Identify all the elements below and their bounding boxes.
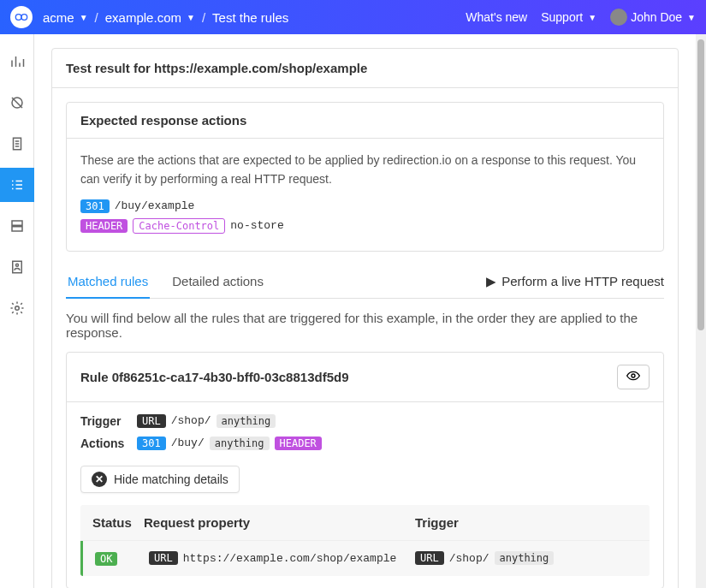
expected-title: Expected response actions — [67, 103, 663, 139]
breadcrumb-domain[interactable]: example.com▼ — [105, 10, 195, 25]
eye-icon — [626, 369, 640, 383]
rules-note: You will find below all the rules that a… — [66, 311, 664, 340]
url-badge: URL — [415, 551, 444, 565]
logo-icon[interactable] — [10, 6, 33, 28]
sidebar — [0, 34, 34, 588]
th-trigger: Trigger — [415, 515, 638, 530]
table-row: OK URL https://example.com/shop/example … — [80, 541, 650, 576]
tab-matched-rules[interactable]: Matched rules — [66, 265, 150, 299]
header-action: HEADER Cache-Control no-store — [80, 218, 650, 234]
chevron-down-icon: ▼ — [187, 13, 195, 22]
header-name-badge: Cache-Control — [133, 218, 225, 234]
support-link[interactable]: Support▼ — [541, 10, 596, 24]
redirect-action: 301 /buy/example — [80, 199, 650, 213]
svg-point-8 — [15, 306, 20, 311]
chevron-down-icon: ▼ — [80, 13, 88, 22]
action-path: /buy/ — [171, 437, 205, 449]
url-badge: URL — [137, 414, 166, 428]
th-property: Request property — [144, 515, 415, 530]
svg-rect-5 — [12, 227, 22, 231]
property-value: https://example.com/shop/example — [183, 552, 397, 565]
ok-badge: OK — [95, 552, 117, 566]
sidebar-rules-icon[interactable] — [0, 168, 34, 202]
play-icon: ▶ — [486, 274, 496, 289]
rule-card: Rule 0f86251c-ca17-4b30-bff0-03c8813df5d… — [66, 352, 664, 588]
breadcrumb: acme▼ / example.com▼ / Test the rules — [43, 10, 288, 25]
tab-detailed-actions[interactable]: Detailed actions — [170, 265, 265, 297]
status-301-badge: 301 — [80, 199, 110, 213]
trigger-label: Trigger — [80, 414, 128, 428]
sidebar-analytics-icon[interactable] — [0, 45, 34, 79]
rule-title: Rule 0f86251c-ca17-4b30-bff0-03c8813df5d… — [80, 370, 349, 384]
expected-card: Expected response actions These are the … — [66, 102, 664, 252]
svg-point-7 — [16, 264, 19, 266]
redirect-path: /buy/example — [115, 199, 195, 212]
view-rule-button[interactable] — [617, 365, 650, 389]
actions-label: Actions — [80, 437, 128, 450]
avatar — [610, 9, 627, 26]
breadcrumb-page: Test the rules — [212, 10, 288, 25]
sidebar-server-icon[interactable] — [0, 209, 34, 243]
anything-badge: anything — [495, 551, 555, 565]
svg-point-9 — [632, 374, 635, 377]
user-menu[interactable]: John Doe▼ — [610, 9, 696, 26]
matching-table: Status Request property Trigger OK URL h… — [80, 505, 650, 576]
svg-point-1 — [21, 15, 27, 21]
sidebar-document-icon[interactable] — [0, 127, 34, 161]
chevron-down-icon: ▼ — [687, 13, 696, 22]
scrollbar[interactable] — [696, 34, 706, 588]
breadcrumb-org[interactable]: acme▼ — [43, 10, 88, 25]
header-badge: HEADER — [80, 219, 128, 233]
sidebar-target-icon[interactable] — [0, 86, 34, 120]
svg-rect-4 — [12, 221, 22, 225]
whats-new-link[interactable]: What's new — [466, 10, 527, 24]
expected-description: These are the actions that are expected … — [80, 151, 650, 189]
header-badge: HEADER — [275, 437, 322, 450]
result-title: Test result for https://example.com/shop… — [52, 49, 678, 88]
chevron-down-icon: ▼ — [588, 13, 596, 22]
hide-details-button[interactable]: ✕ Hide matching details — [80, 466, 240, 493]
trigger-path: /shop/ — [449, 552, 489, 565]
status-301-badge: 301 — [137, 437, 166, 450]
trigger-path: /shop/ — [171, 414, 211, 427]
anything-badge: anything — [217, 414, 276, 428]
url-badge: URL — [149, 551, 178, 565]
sidebar-settings-icon[interactable] — [0, 291, 34, 325]
tabs: Matched rules Detailed actions ▶Perform … — [66, 265, 664, 299]
header-value: no-store — [230, 219, 283, 232]
top-header: acme▼ / example.com▼ / Test the rules Wh… — [0, 0, 706, 34]
anything-badge: anything — [210, 437, 270, 450]
close-icon: ✕ — [92, 472, 107, 487]
scrollbar-thumb[interactable] — [697, 39, 704, 330]
th-status: Status — [92, 515, 144, 530]
sidebar-user-icon[interactable] — [0, 250, 34, 284]
result-card: Test result for https://example.com/shop… — [51, 48, 679, 588]
perform-live-request-button[interactable]: ▶Perform a live HTTP request — [486, 265, 664, 298]
main-content: Test result for https://example.com/shop… — [34, 34, 696, 588]
svg-point-0 — [15, 15, 21, 21]
